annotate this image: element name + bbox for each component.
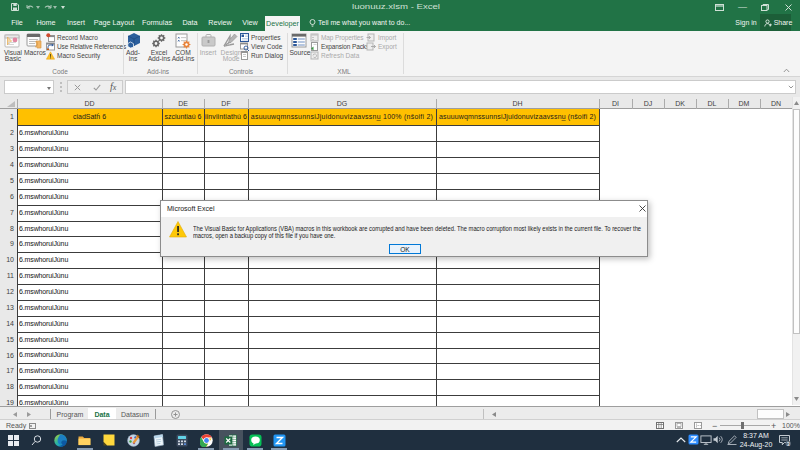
svg-text:3: 3 <box>786 441 789 447</box>
